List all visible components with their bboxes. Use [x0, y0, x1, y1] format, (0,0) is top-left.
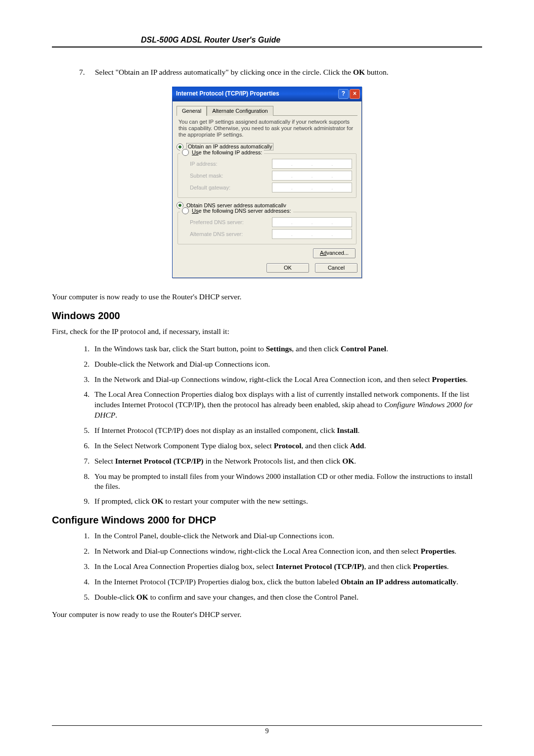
- list-item: The Local Area Connection Properties dia…: [91, 389, 482, 421]
- dialog-titlebar: Internet Protocol (TCP/IP) Properties ? …: [172, 87, 362, 101]
- tab-general[interactable]: General: [177, 106, 207, 116]
- list-text: In Network and Dial-up Connections windo…: [94, 547, 421, 555]
- radio-use-dns-label: e the following DNS server addresses:: [198, 208, 291, 214]
- list-text: If prompted, click: [94, 497, 151, 505]
- list-item: If prompted, click OK to restart your co…: [91, 496, 482, 507]
- advanced-button[interactable]: Advanced...: [313, 248, 356, 258]
- label-ip-address: IP address:: [182, 161, 217, 167]
- list-item: In Network and Dial-up Connections windo…: [91, 546, 482, 557]
- radio-icon: [182, 207, 189, 214]
- configure-steps-list: In the Control Panel, double-click the N…: [52, 531, 482, 603]
- list-item: Select Internet Protocol (TCP/IP) in the…: [91, 456, 482, 467]
- list-text: in the Network Protocols list, and then …: [204, 457, 343, 465]
- list-text: Double-click: [94, 593, 136, 601]
- step-7-ok: OK: [353, 68, 365, 76]
- label-default-gateway: Default gateway:: [182, 185, 230, 191]
- list-text: In the Network and Dial-up Connections w…: [94, 375, 432, 383]
- list-text: Select: [94, 457, 115, 465]
- input-preferred-dns[interactable]: ...: [272, 217, 352, 227]
- footer-rule: [52, 725, 482, 726]
- dialog-description: You can get IP settings assigned automat…: [178, 119, 356, 139]
- input-ip-address[interactable]: ...: [272, 159, 352, 169]
- input-default-gateway[interactable]: ...: [272, 183, 352, 192]
- list-text: In the Internet Protocol (TCP/IP) Proper…: [94, 577, 341, 586]
- radio-use-ip-pre: Us: [192, 149, 198, 155]
- list-bold: Internet Protocol (TCP/IP): [276, 562, 364, 570]
- list-text: .: [386, 344, 388, 353]
- list-item: In the Network and Dial-up Connections w…: [91, 375, 482, 385]
- list-text: , and then click: [364, 562, 413, 570]
- heading-windows-2000: Windows 2000: [52, 309, 482, 323]
- list-bold: OK: [136, 593, 148, 601]
- paragraph-ready-1: Your computer is now ready to use the Ro…: [52, 292, 482, 302]
- list-text: .: [358, 426, 360, 434]
- list-text: .: [447, 562, 449, 570]
- radio-use-dns-pre: Us: [192, 208, 198, 214]
- install-steps-list: In the Windows task bar, click the Start…: [52, 344, 482, 507]
- heading-configure-dhcp: Configure Windows 2000 for DHCP: [52, 514, 482, 527]
- list-item: If Internet Protocol (TCP/IP) does not d…: [91, 425, 482, 436]
- list-text: In the Local Area Connection Properties …: [94, 562, 276, 570]
- page-number: 9: [52, 727, 482, 736]
- label-subnet-mask: Subnet mask:: [182, 173, 223, 179]
- list-item: You may be prompted to install files fro…: [91, 472, 482, 492]
- list-text: to confirm and save your changes, and th…: [148, 593, 358, 601]
- list-text: .: [454, 547, 456, 555]
- radio-obtain-ip-pre: O: [188, 143, 192, 149]
- dns-fieldset: Use the following DNS server addresses: …: [178, 212, 356, 244]
- list-item: In the Internet Protocol (TCP/IP) Proper…: [91, 577, 482, 587]
- list-item: In the Local Area Connection Properties …: [91, 562, 482, 572]
- list-text: , and then click: [301, 441, 350, 450]
- list-bold: Properties: [413, 562, 447, 570]
- list-bold: Properties: [421, 547, 455, 555]
- radio-use-ip-label: e the following IP address:: [198, 149, 262, 155]
- paragraph-ready-2: Your computer is now ready to use the Ro…: [52, 610, 482, 620]
- list-text: If Internet Protocol (TCP/IP) does not d…: [94, 426, 337, 434]
- paragraph-first-check: First, check for the IP protocol and, if…: [52, 327, 482, 337]
- list-text: In the Windows task bar, click the Start…: [94, 344, 266, 353]
- ip-fieldset: Use the following IP address: IP address…: [178, 153, 356, 198]
- input-subnet-mask[interactable]: ...: [272, 171, 352, 181]
- list-bold: Internet Protocol (TCP/IP): [115, 457, 204, 465]
- list-text: .: [456, 577, 458, 586]
- label-alternate-dns: Alternate DNS server:: [182, 231, 243, 237]
- help-icon[interactable]: ?: [338, 89, 349, 99]
- page-footer: 9: [52, 725, 482, 736]
- input-alternate-dns[interactable]: ...: [272, 229, 352, 239]
- list-text: .: [115, 411, 117, 419]
- close-icon[interactable]: ×: [350, 89, 360, 99]
- step-7: 7. Select "Obtain an IP address automati…: [52, 67, 482, 78]
- label-preferred-dns: Preferred DNS server:: [182, 219, 244, 226]
- dialog-title: Internet Protocol (TCP/IP) Properties: [176, 90, 279, 97]
- list-bold: Properties: [432, 375, 466, 383]
- list-bold: OK: [342, 457, 354, 465]
- radio-obtain-ip-label: btain an IP address automatically: [192, 143, 272, 149]
- list-item: Double-click OK to confirm and save your…: [91, 592, 482, 603]
- list-item: In the Windows task bar, click the Start…: [91, 344, 482, 354]
- tcpip-properties-dialog: Internet Protocol (TCP/IP) Properties ? …: [172, 87, 362, 278]
- list-text: , and then click: [292, 344, 341, 353]
- radio-use-dns[interactable]: Use the following DNS server addresses:: [180, 207, 293, 214]
- ok-button[interactable]: OK: [267, 263, 309, 273]
- list-text: .: [354, 457, 356, 465]
- list-text: to restart your computer with the new se…: [163, 497, 308, 505]
- header-rule: [52, 47, 482, 47]
- tab-alternate-configuration[interactable]: Alternate Configuration: [207, 106, 273, 116]
- step-7-text-b: button.: [365, 68, 388, 76]
- list-bold: Install: [337, 426, 357, 434]
- list-bold: Protocol: [274, 441, 302, 450]
- radio-icon: [182, 149, 189, 156]
- list-item: In the Select Network Component Type dia…: [91, 441, 482, 451]
- list-bold: Obtain an IP address automatically: [341, 577, 456, 586]
- step-7-text-a: Select "Obtain an IP address automatical…: [95, 68, 353, 76]
- list-bold: Settings: [266, 344, 292, 353]
- step-7-number: 7.: [79, 67, 93, 78]
- list-bold: OK: [151, 497, 163, 505]
- list-text: .: [466, 375, 468, 383]
- list-text: .: [364, 441, 366, 450]
- dialog-tabs: General Alternate Configuration: [177, 105, 357, 116]
- radio-use-ip[interactable]: Use the following IP address:: [180, 149, 264, 156]
- list-item: Double-click the Network and Dial-up Con…: [91, 359, 482, 370]
- cancel-button[interactable]: Cancel: [315, 263, 357, 273]
- list-item: In the Control Panel, double-click the N…: [91, 531, 482, 541]
